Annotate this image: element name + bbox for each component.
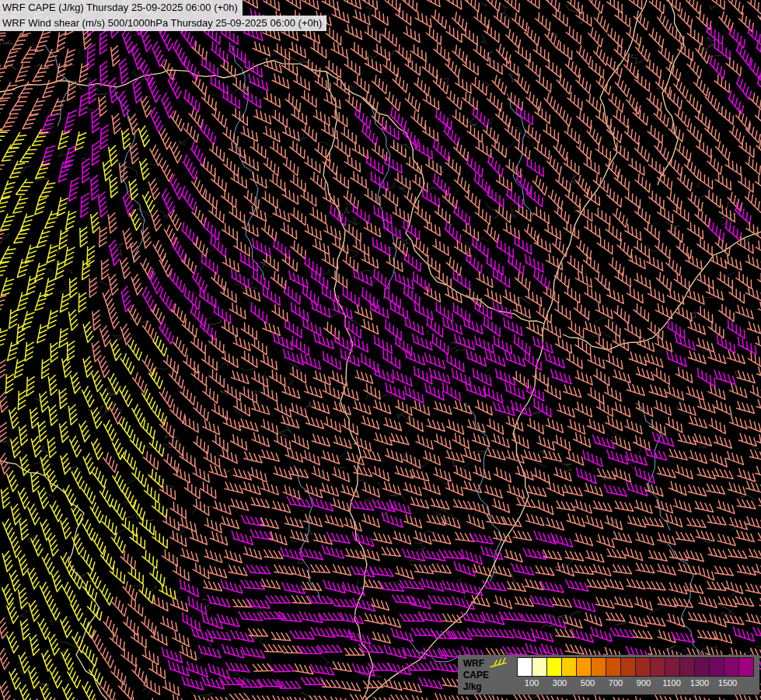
legend-swatch bbox=[532, 658, 547, 676]
legend-tick-label: 900 bbox=[637, 678, 651, 688]
legend-swatch bbox=[621, 658, 636, 676]
legend-colorbar bbox=[517, 657, 754, 677]
legend-labels: WRF CAPE J/kg bbox=[463, 657, 511, 693]
weather-map: WRF CAPE (J/kg) Thursday 25-09-2025 06:0… bbox=[0, 0, 761, 700]
map-title-cape: WRF CAPE (J/kg) Thursday 25-09-2025 06:0… bbox=[0, 0, 243, 16]
legend-swatch bbox=[724, 658, 739, 676]
map-title-windshear: WRF Wind shear (m/s) 500/1000hPa Thursda… bbox=[0, 16, 326, 31]
legend-swatch bbox=[739, 658, 753, 676]
legend-tick-label: 300 bbox=[553, 678, 567, 688]
legend-swatch bbox=[680, 658, 695, 676]
legend-swatch bbox=[518, 658, 532, 676]
legend-variable-label: CAPE bbox=[463, 670, 511, 681]
legend-swatch bbox=[665, 658, 680, 676]
legend-tick-label: 1300 bbox=[690, 678, 709, 688]
legend-swatch bbox=[562, 658, 577, 676]
title-bar: WRF CAPE (J/kg) Thursday 25-09-2025 06:0… bbox=[0, 0, 326, 31]
legend-tick-label: 1500 bbox=[718, 678, 737, 688]
legend-tick-label: 1100 bbox=[662, 678, 681, 688]
weather-map-canvas bbox=[0, 0, 761, 700]
legend-swatch bbox=[592, 658, 606, 676]
legend-swatch bbox=[695, 658, 710, 676]
legend-tick-row: 100300500700900110013001500 bbox=[517, 677, 742, 688]
legend-tick-label: 700 bbox=[609, 678, 623, 688]
legend-model-label: WRF bbox=[463, 658, 484, 670]
legend-units-label: J/kg bbox=[463, 681, 511, 693]
legend-swatch bbox=[547, 658, 562, 676]
wind-barb-icon bbox=[487, 657, 511, 670]
legend-tick-label: 100 bbox=[525, 678, 539, 688]
legend-swatch bbox=[606, 658, 621, 676]
legend-tick-label: 500 bbox=[581, 678, 595, 688]
legend-swatch bbox=[710, 658, 724, 676]
legend: WRF CAPE J/kg 10030050070090011001300150… bbox=[458, 655, 759, 695]
legend-swatch bbox=[636, 658, 651, 676]
legend-swatch bbox=[577, 658, 592, 676]
legend-swatch bbox=[651, 658, 665, 676]
legend-colorbar-block: 100300500700900110013001500 bbox=[517, 657, 754, 688]
